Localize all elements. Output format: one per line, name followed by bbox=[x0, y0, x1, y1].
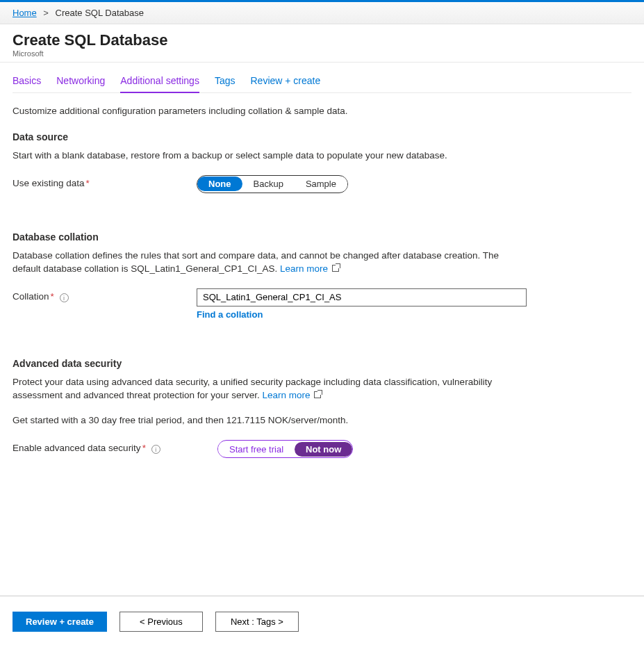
ads-desc: Protect your data using advanced data se… bbox=[13, 376, 527, 402]
collation-label: Collation* i bbox=[13, 288, 197, 302]
tab-bar: Basics Networking Additional settings Ta… bbox=[13, 63, 631, 93]
info-icon[interactable]: i bbox=[151, 445, 160, 454]
tab-review-create[interactable]: Review + create bbox=[250, 75, 320, 92]
tab-basics[interactable]: Basics bbox=[13, 75, 41, 92]
footer-actions: Review + create < Previous Next : Tags > bbox=[0, 596, 644, 653]
review-create-button[interactable]: Review + create bbox=[13, 612, 107, 632]
ads-heading: Advanced data security bbox=[13, 358, 631, 369]
info-icon[interactable]: i bbox=[60, 293, 69, 302]
external-link-icon bbox=[332, 265, 339, 272]
tab-additional-settings[interactable]: Additional settings bbox=[120, 75, 199, 93]
option-not-now[interactable]: Not now bbox=[295, 442, 352, 457]
data-source-heading: Data source bbox=[13, 131, 631, 142]
breadcrumb-home-link[interactable]: Home bbox=[13, 8, 37, 18]
collation-learn-more-link[interactable]: Learn more bbox=[280, 263, 328, 274]
collation-input[interactable] bbox=[197, 288, 527, 306]
required-asterisk: * bbox=[51, 291, 54, 302]
enable-ads-toggle[interactable]: Start free trial Not now bbox=[217, 440, 353, 458]
intro-text: Customize additional configuration param… bbox=[13, 106, 631, 116]
option-sample[interactable]: Sample bbox=[295, 177, 347, 191]
use-existing-data-label: Use existing data* bbox=[13, 175, 197, 188]
ads-trial-text: Get started with a 30 day free trial per… bbox=[13, 414, 527, 427]
required-asterisk: * bbox=[86, 178, 90, 188]
find-collation-link[interactable]: Find a collation bbox=[197, 309, 527, 320]
collation-desc: Database collation defines the rules tha… bbox=[13, 250, 527, 276]
ads-learn-more-link[interactable]: Learn more bbox=[262, 390, 310, 400]
page-subtitle: Microsoft bbox=[13, 49, 631, 58]
collation-heading: Database collation bbox=[13, 231, 631, 243]
data-source-desc: Start with a blank database, restore fro… bbox=[13, 149, 527, 163]
enable-ads-label: Enable advanced data security* i bbox=[13, 440, 217, 454]
breadcrumb-current: Create SQL Database bbox=[56, 8, 144, 18]
option-start-free-trial[interactable]: Start free trial bbox=[218, 442, 295, 457]
required-asterisk: * bbox=[142, 443, 146, 453]
option-none[interactable]: None bbox=[197, 177, 242, 191]
option-backup[interactable]: Backup bbox=[242, 177, 295, 191]
use-existing-data-toggle[interactable]: None Backup Sample bbox=[197, 175, 348, 193]
breadcrumb: Home > Create SQL Database bbox=[0, 2, 644, 24]
next-button[interactable]: Next : Tags > bbox=[215, 612, 299, 632]
previous-button[interactable]: < Previous bbox=[119, 612, 203, 632]
tab-tags[interactable]: Tags bbox=[215, 75, 236, 92]
breadcrumb-separator: > bbox=[43, 8, 49, 18]
page-title: Create SQL Database bbox=[13, 31, 631, 49]
page-header: Create SQL Database Microsoft bbox=[0, 24, 644, 63]
external-link-icon bbox=[314, 391, 321, 398]
tab-networking[interactable]: Networking bbox=[56, 75, 105, 92]
